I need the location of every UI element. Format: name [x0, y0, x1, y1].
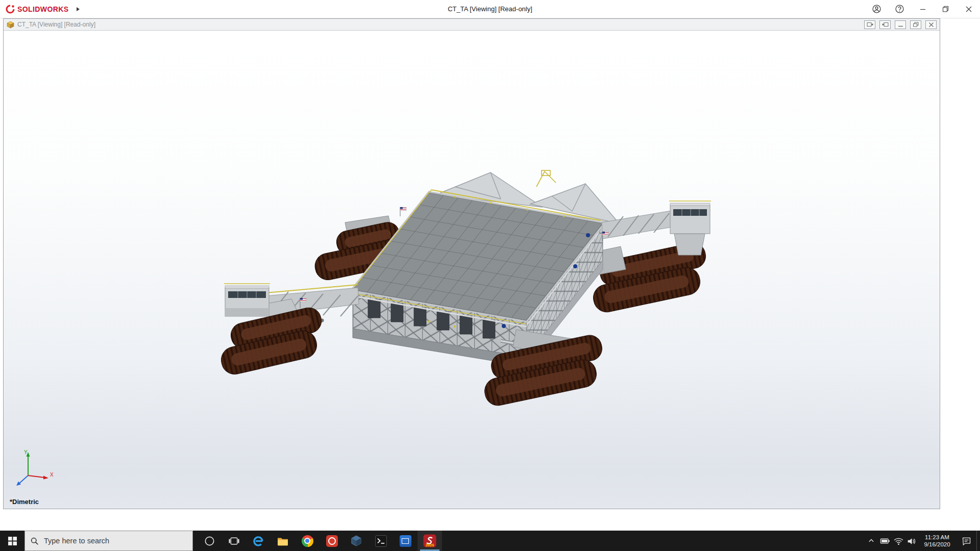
nasa-logo — [573, 264, 577, 268]
cad-viewer-icon — [350, 535, 362, 547]
system-tray: 11:23 AM 9/16/2020 — [864, 531, 980, 551]
start-button[interactable] — [0, 531, 24, 551]
volume-status[interactable] — [905, 531, 918, 551]
document-window: CT_TA [Viewing] [Read-only] — [3, 18, 940, 509]
hidden-icons-button[interactable] — [864, 531, 878, 551]
doc-tile-left-button[interactable] — [864, 20, 875, 29]
graphics-area[interactable]: Y X *Dimetric — [4, 31, 940, 509]
minimize-icon — [920, 6, 926, 12]
task-view-icon — [228, 535, 240, 547]
minimize-icon — [897, 22, 904, 28]
taskbar-app-terminal[interactable] — [369, 531, 393, 551]
window-controls — [865, 0, 980, 18]
action-center-icon — [961, 536, 972, 546]
brand-name: SOLIDWORKS — [17, 5, 68, 13]
z-axis — [19, 475, 28, 484]
document-title: CT_TA [Viewing] [Read-only] — [17, 21, 95, 28]
show-desktop-button[interactable] — [976, 531, 980, 551]
window-title: CT_TA [Viewing] [Read-only] — [448, 5, 532, 13]
windows-taskbar: 2020 — [0, 531, 980, 551]
restore-icon — [913, 22, 919, 28]
sw-year-label: 2020 — [426, 543, 434, 547]
control-cab-right — [669, 201, 711, 234]
file-explorer-icon — [277, 535, 289, 547]
taskbar-app-edrawings[interactable] — [344, 531, 369, 551]
x-axis-arrow — [43, 476, 48, 480]
window-layout-icon — [867, 22, 873, 28]
search-icon — [30, 537, 39, 545]
control-cab-left — [224, 284, 270, 316]
taskbar-app-cortana[interactable] — [197, 531, 222, 551]
close-button[interactable] — [957, 0, 980, 18]
solidworks-logo: SOLIDWORKS — [0, 0, 72, 18]
assembly-document-icon — [7, 21, 14, 29]
view-orientation-label: *Dimetric — [10, 498, 39, 506]
window-layout-icon — [882, 22, 889, 28]
speaker-icon — [906, 536, 917, 546]
crawler-transporter-model — [215, 167, 725, 422]
account-icon — [872, 5, 881, 13]
clock-date: 9/16/2020 — [924, 541, 950, 548]
wifi-icon — [893, 536, 904, 546]
restore-icon — [942, 6, 949, 12]
windows-logo-icon — [8, 537, 17, 545]
solidworks-logo-icon — [5, 4, 15, 14]
nasa-logo — [586, 233, 590, 237]
document-window-controls — [864, 20, 937, 29]
taskbar-app-file-explorer[interactable] — [271, 531, 295, 551]
taskbar-clock[interactable]: 11:23 AM 9/16/2020 — [918, 531, 956, 551]
x-axis-label: X — [50, 472, 54, 478]
close-icon — [928, 22, 934, 28]
deck-crane — [536, 170, 556, 187]
doc-minimize-button[interactable] — [895, 20, 906, 29]
account-button[interactable] — [865, 0, 888, 18]
taskbar-app-blue[interactable] — [393, 531, 418, 551]
chevron-right-icon — [76, 7, 80, 12]
doc-close-button[interactable] — [925, 20, 937, 29]
help-icon — [895, 5, 904, 13]
blue-app-icon — [400, 535, 411, 547]
clock-time: 11:23 AM — [924, 534, 950, 541]
main-titlebar: SOLIDWORKS CT_TA [Viewing] [Read-only] — [0, 0, 980, 18]
search-input[interactable] — [43, 536, 187, 545]
edge-icon — [252, 535, 264, 547]
taskbar-app-solidworks[interactable]: 2020 — [418, 531, 442, 551]
minimize-button[interactable] — [911, 0, 934, 18]
taskbar-app-edge[interactable] — [246, 531, 271, 551]
taskbar-app-chrome[interactable] — [295, 531, 320, 551]
solidworks-app-icon: 2020 — [423, 534, 436, 547]
taskbar-app-task-view[interactable] — [222, 531, 246, 551]
help-button[interactable] — [888, 0, 911, 18]
doc-restore-button[interactable] — [910, 20, 921, 29]
cortana-icon — [204, 535, 215, 547]
close-icon — [966, 6, 972, 12]
battery-status[interactable] — [878, 531, 892, 551]
red-app-icon — [326, 535, 338, 547]
doc-tile-right-button[interactable] — [879, 20, 891, 29]
menu-expand-arrow[interactable] — [72, 0, 84, 18]
action-center-button[interactable] — [956, 531, 976, 551]
taskbar-app-media[interactable] — [320, 531, 344, 551]
terminal-icon — [375, 535, 387, 547]
y-axis-label: Y — [24, 449, 28, 455]
chevron-up-icon — [866, 536, 876, 546]
reference-triad[interactable]: Y X — [13, 448, 59, 492]
solidworks-application-window: SOLIDWORKS CT_TA [Viewing] [Read-only] — [0, 0, 980, 551]
nasa-logo — [502, 324, 506, 328]
restore-button[interactable] — [934, 0, 957, 18]
battery-icon — [880, 536, 891, 546]
chrome-icon — [302, 535, 313, 547]
taskbar-app-icons: 2020 — [197, 531, 442, 551]
document-titlebar: CT_TA [Viewing] [Read-only] — [4, 19, 940, 31]
network-status[interactable] — [892, 531, 905, 551]
us-flag — [400, 207, 406, 216]
taskbar-search[interactable] — [24, 531, 193, 551]
